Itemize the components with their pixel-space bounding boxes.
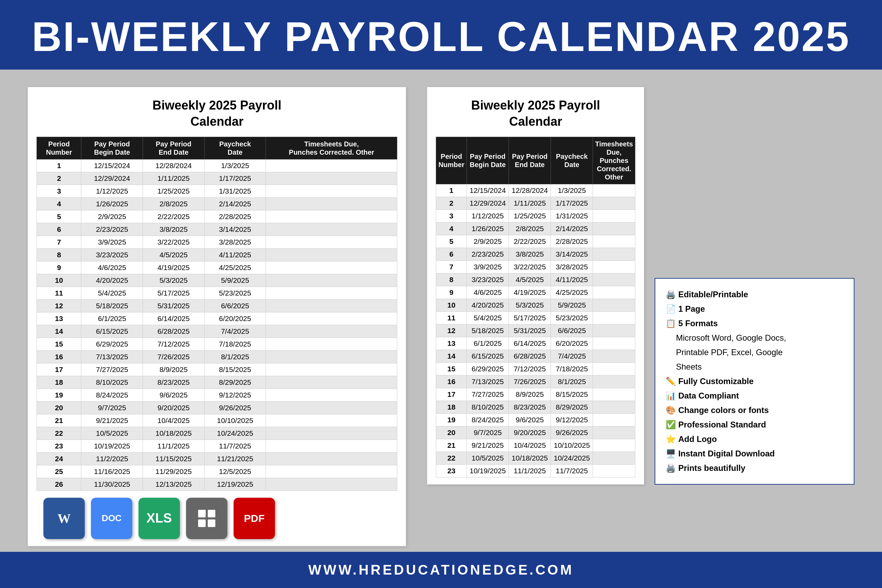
table-row: 115/4/20255/17/20255/23/2025 — [37, 286, 397, 299]
table-cell: 18 — [37, 376, 81, 388]
table-cell — [266, 159, 397, 172]
table-cell: 5/4/2025 — [81, 286, 143, 299]
table-cell — [266, 312, 397, 325]
table-cell — [593, 426, 635, 439]
table-cell: 12/19/2025 — [204, 478, 266, 490]
table-cell: 3/9/2025 — [466, 260, 508, 273]
table-row: 41/26/20252/8/20252/14/2025 — [37, 197, 397, 210]
table-cell: 11/2/2025 — [81, 452, 143, 465]
table-cell: 23 — [436, 464, 467, 477]
table-cell: 2/22/2025 — [143, 210, 205, 223]
table-cell: 7/18/2025 — [204, 338, 266, 350]
page-footer: WWW.HREDUCATIONEDGE.COM — [0, 552, 882, 588]
table-row: 41/26/20252/8/20252/14/2025 — [436, 222, 635, 235]
table-cell: 5/3/2025 — [509, 298, 551, 311]
table-cell: 23 — [37, 440, 81, 452]
table-cell — [266, 465, 397, 478]
table-cell: 12/15/2024 — [81, 159, 143, 172]
table-cell: 6/14/2025 — [143, 312, 205, 325]
table-cell: 8/23/2025 — [509, 400, 551, 413]
table-cell: 8/10/2025 — [466, 400, 508, 413]
left-payroll-table: PeriodNumber Pay PeriodBegin Date Pay Pe… — [36, 137, 397, 491]
table-cell: 5/18/2025 — [466, 324, 508, 337]
table-cell — [593, 197, 635, 209]
table-cell: 15 — [436, 362, 467, 375]
table-cell: 9/26/2025 — [551, 426, 593, 439]
table-cell — [593, 452, 635, 464]
table-cell: 5/31/2025 — [143, 299, 205, 312]
table-cell: 3/14/2025 — [551, 248, 593, 260]
table-cell: 1/31/2025 — [551, 209, 593, 222]
right-calendar-title: Biweekly 2025 PayrollCalendar — [436, 98, 635, 130]
table-cell: 3/8/2025 — [509, 248, 551, 260]
table-cell: 8/9/2025 — [509, 388, 551, 400]
pdf-icon: PDF — [234, 498, 275, 539]
table-cell: 6/15/2025 — [466, 350, 508, 362]
table-row: 219/21/202510/4/202510/10/2025 — [37, 414, 397, 427]
table-cell: 3/28/2025 — [204, 236, 266, 248]
table-cell: 10/24/2025 — [551, 452, 593, 464]
table-row: 156/29/20257/12/20257/18/2025 — [436, 362, 635, 375]
table-cell: 11/7/2025 — [551, 464, 593, 477]
table-cell: 4/5/2025 — [143, 248, 205, 261]
table-row: 94/6/20254/19/20254/25/2025 — [436, 286, 635, 298]
table-cell: 7 — [436, 260, 467, 273]
table-cell: 11/29/2025 — [143, 465, 205, 478]
table-cell: 7/26/2025 — [509, 375, 551, 388]
table-row: 52/9/20252/22/20252/28/2025 — [37, 210, 397, 223]
table-cell — [266, 376, 397, 388]
table-cell: 10 — [37, 274, 81, 286]
table-cell: 1 — [436, 184, 467, 197]
feature-formats-list: Microsoft Word, Google Docs,Printable PD… — [666, 331, 843, 374]
table-cell: 7 — [37, 236, 81, 248]
table-cell: 14 — [436, 350, 467, 362]
table-cell: 10/10/2025 — [204, 414, 266, 427]
table-cell: 11 — [436, 311, 467, 324]
table-cell — [593, 311, 635, 324]
table-cell: 4 — [37, 197, 81, 210]
table-cell: 8/24/2025 — [81, 388, 143, 401]
table-cell — [266, 414, 397, 427]
table-cell — [266, 223, 397, 236]
table-cell: 6/20/2025 — [204, 312, 266, 325]
table-cell: 10/24/2025 — [204, 427, 266, 440]
table-cell: 11/30/2025 — [81, 478, 143, 490]
table-cell: 9/6/2025 — [509, 413, 551, 426]
table-cell: 6 — [37, 223, 81, 236]
table-cell: 15 — [37, 338, 81, 350]
table-cell: 4/6/2025 — [466, 286, 508, 298]
table-row: 188/10/20258/23/20258/29/2025 — [436, 400, 635, 413]
table-cell: 6/1/2025 — [466, 337, 508, 350]
table-cell: 11/7/2025 — [204, 440, 266, 452]
table-cell: 1/3/2025 — [551, 184, 593, 197]
feature-colors: 🎨 Change colors or fonts — [666, 403, 843, 417]
table-row: 219/21/202510/4/202510/10/2025 — [436, 439, 635, 452]
feature-download: 🖥️ Instant Digital Download — [666, 446, 843, 461]
table-cell — [593, 324, 635, 337]
table-cell: 8/23/2025 — [143, 376, 205, 388]
table-cell: 11/1/2025 — [509, 464, 551, 477]
left-calendar-title: Biweekly 2025 PayrollCalendar — [36, 98, 397, 130]
left-calendar-card: Biweekly 2025 PayrollCalendar PeriodNumb… — [28, 87, 406, 546]
table-row: 2210/5/202510/18/202510/24/2025 — [37, 427, 397, 440]
table-cell: 2/23/2025 — [81, 223, 143, 236]
table-cell: 10/4/2025 — [143, 414, 205, 427]
table-cell: 5/4/2025 — [466, 311, 508, 324]
table-cell: 7/4/2025 — [551, 350, 593, 362]
svg-rect-1 — [208, 510, 215, 518]
table-row: 177/27/20258/9/20258/15/2025 — [37, 363, 397, 376]
table-cell: 9/21/2025 — [466, 439, 508, 452]
table-cell: 7/4/2025 — [204, 325, 266, 338]
svg-rect-0 — [198, 510, 206, 518]
table-cell: 6/28/2025 — [509, 350, 551, 362]
table-cell: 9/6/2025 — [143, 388, 205, 401]
table-row: 73/9/20253/22/20253/28/2025 — [37, 236, 397, 248]
feature-editable: 🖨️ Editable/Printable — [666, 287, 843, 302]
table-cell: 2/9/2025 — [466, 235, 508, 248]
table-cell — [266, 452, 397, 465]
table-cell: 8/29/2025 — [551, 400, 593, 413]
table-cell: 1/25/2025 — [143, 184, 205, 197]
table-cell: 10/19/2025 — [466, 464, 508, 477]
table-row: 2511/16/202511/29/202512/5/2025 — [37, 465, 397, 478]
table-cell: 8/10/2025 — [81, 376, 143, 388]
